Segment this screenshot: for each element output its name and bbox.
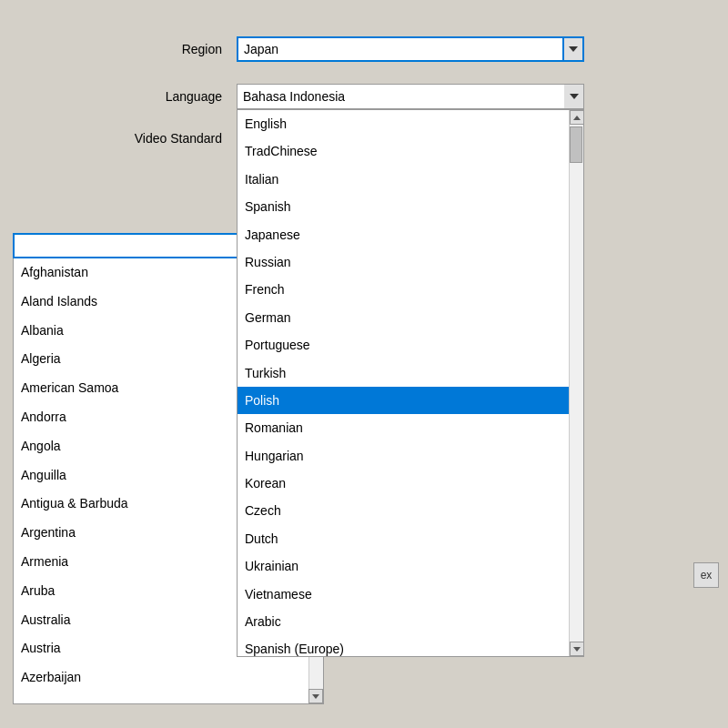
language-option-english[interactable]: English <box>238 110 583 137</box>
language-option-tradchinese[interactable]: TradChinese <box>238 137 583 165</box>
language-option-hungarian[interactable]: Hungarian <box>238 442 583 470</box>
language-option-ukrainian[interactable]: Ukrainian <box>238 552 583 580</box>
region-label: Region <box>91 42 237 56</box>
region-select-container <box>237 36 584 62</box>
scrollbar-down-icon <box>573 647 581 652</box>
language-row: Language EnglishTradChineseItalianSpanis… <box>91 84 728 109</box>
video-standard-label: Video Standard <box>91 131 237 146</box>
language-option-russian[interactable]: Russian <box>238 248 583 276</box>
main-container: Region Language EnglishTra <box>0 0 728 728</box>
language-input[interactable] <box>237 84 564 109</box>
country-option[interactable]: Azerbaijan <box>14 663 323 693</box>
language-option-czech[interactable]: Czech <box>238 497 583 524</box>
language-option-japanese[interactable]: Japanese <box>238 221 583 248</box>
language-label: Language <box>91 89 237 104</box>
country-scrollbar-down-icon <box>312 694 319 699</box>
scrollbar-up-icon <box>573 116 581 120</box>
language-option-german[interactable]: German <box>238 304 583 331</box>
language-option-arabic[interactable]: Arabic <box>238 608 583 635</box>
language-scrollbar <box>569 110 583 656</box>
language-option-romanian[interactable]: Romanian <box>238 414 583 441</box>
language-dropdown-arrow-icon <box>570 94 579 99</box>
language-option-french[interactable]: French <box>238 276 583 303</box>
region-dropdown-arrow-icon <box>569 46 578 52</box>
form-area: Region Language EnglishTra <box>91 36 728 167</box>
language-scrollbar-down[interactable] <box>570 642 583 656</box>
language-option-spanish[interactable]: Spanish <box>238 193 583 220</box>
language-option-turkish[interactable]: Turkish <box>238 359 583 387</box>
language-scrollbar-up[interactable] <box>570 110 583 125</box>
region-input[interactable] <box>237 36 564 62</box>
region-row: Region <box>91 36 728 62</box>
country-scrollbar-down[interactable] <box>308 689 323 703</box>
language-option-portuguese[interactable]: Portuguese <box>238 331 583 359</box>
language-dropdown-list: EnglishTradChineseItalianSpanishJapanese… <box>237 109 584 657</box>
language-items-container: EnglishTradChineseItalianSpanishJapanese… <box>238 110 583 656</box>
language-select-container: EnglishTradChineseItalianSpanishJapanese… <box>237 84 584 109</box>
language-option-italian[interactable]: Italian <box>238 166 583 193</box>
language-option-polish[interactable]: Polish <box>238 387 583 414</box>
ex-button[interactable]: ex <box>693 562 719 588</box>
language-scrollbar-thumb[interactable] <box>570 126 582 163</box>
region-dropdown-button[interactable] <box>564 36 584 62</box>
language-dropdown-button[interactable] <box>564 84 584 109</box>
language-option-spanish_europe[interactable]: Spanish (Europe) <box>238 635 583 656</box>
language-option-dutch[interactable]: Dutch <box>238 525 583 552</box>
language-option-korean[interactable]: Korean <box>238 470 583 497</box>
language-option-vietnamese[interactable]: Vietnamese <box>238 581 583 608</box>
